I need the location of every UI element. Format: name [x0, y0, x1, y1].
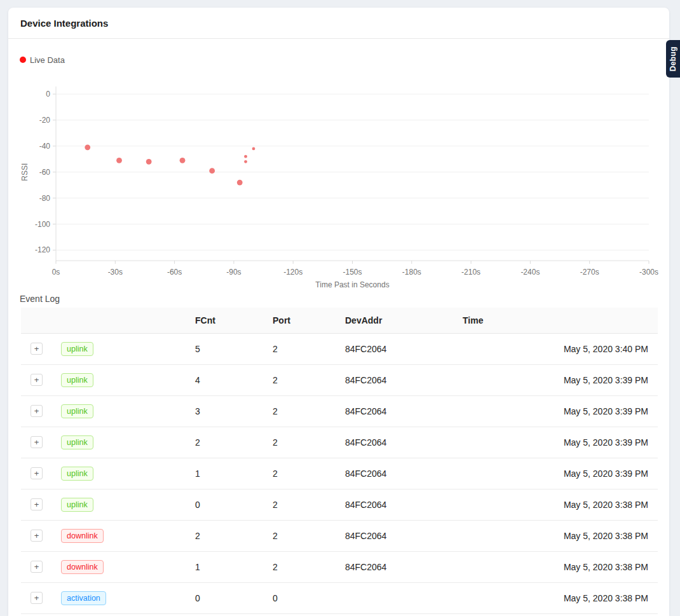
time-cell: May 5, 2020 3:39 PM: [463, 395, 658, 427]
table-row: +downlink2284FC2064May 5, 2020 3:38 PM: [21, 520, 658, 551]
expand-row-button[interactable]: +: [31, 592, 43, 604]
event-type-badge: uplink: [61, 373, 93, 387]
chart-legend: Live Data: [20, 55, 65, 65]
table-row: +uplink3284FC2064May 5, 2020 3:39 PM: [21, 395, 658, 427]
x-tick-label: -120s: [283, 268, 303, 277]
expand-cell: +: [21, 333, 61, 364]
fcnt-cell: 1: [195, 551, 273, 582]
time-cell: May 5, 2020 3:38 PM: [463, 520, 658, 551]
expand-cell: +: [21, 458, 61, 489]
devaddr-cell: 84FC2064: [345, 427, 463, 458]
table-row: +uplink1284FC2064May 5, 2020 3:39 PM: [21, 458, 658, 489]
card-header: Device Integrations: [8, 8, 669, 39]
expand-row-button[interactable]: +: [31, 405, 43, 417]
devaddr-cell: 84FC2064: [345, 520, 463, 551]
port-cell: 2: [273, 551, 345, 582]
devaddr-cell: 84FC2064: [345, 489, 463, 520]
time-cell: May 5, 2020 3:38 PM: [463, 489, 658, 520]
expand-cell: +: [21, 520, 61, 551]
devaddr-cell: [345, 582, 463, 613]
event-type-cell: downlink: [61, 520, 195, 551]
fcnt-cell: 4: [195, 364, 273, 395]
fcnt-cell: 3: [195, 395, 273, 427]
live-data-dot-icon: [20, 57, 26, 63]
rssi-chart: 0-20-40-60-80-100-1200s-30s-60s-90s-120s…: [8, 71, 669, 292]
port-cell: 2: [273, 333, 345, 364]
expand-cell: +: [21, 395, 61, 427]
data-point: [209, 168, 215, 174]
time-cell: May 5, 2020 3:38 PM: [463, 582, 658, 613]
expand-row-button[interactable]: +: [31, 343, 43, 355]
event-type-cell: uplink: [61, 364, 195, 395]
table-row: +uplink4284FC2064May 5, 2020 3:39 PM: [21, 364, 658, 395]
expand-cell: +: [21, 489, 61, 520]
rssi-chart-container: 0-20-40-60-80-100-1200s-30s-60s-90s-120s…: [8, 71, 669, 292]
y-tick-label: -40: [39, 142, 51, 151]
devaddr-cell: 84FC2064: [345, 395, 463, 427]
table-row: +uplink5284FC2064May 5, 2020 3:40 PM: [21, 333, 658, 364]
fcnt-cell: 2: [195, 520, 273, 551]
fcnt-cell: 2: [195, 427, 273, 458]
expand-row-button[interactable]: +: [31, 530, 43, 542]
event-log-table: FCnt Port DevAddr Time +uplink5284FC2064…: [21, 308, 658, 614]
time-cell: May 5, 2020 3:38 PM: [463, 551, 658, 582]
header-fcnt: FCnt: [195, 308, 273, 333]
x-tick-label: -270s: [580, 268, 599, 277]
header-expand: [21, 308, 61, 333]
port-cell: 2: [273, 489, 345, 520]
y-tick-label: -80: [39, 194, 51, 203]
event-type-badge: uplink: [61, 467, 93, 481]
x-tick-label: -300s: [639, 268, 658, 277]
expand-row-button[interactable]: +: [31, 436, 43, 448]
data-point: [244, 155, 247, 158]
event-type-badge: uplink: [61, 498, 93, 512]
event-type-cell: uplink: [61, 333, 195, 364]
header-port: Port: [273, 308, 345, 333]
expand-cell: +: [21, 364, 61, 395]
port-cell: 2: [273, 364, 345, 395]
legend-label: Live Data: [30, 55, 65, 65]
devaddr-cell: 84FC2064: [345, 551, 463, 582]
port-cell: 0: [273, 582, 345, 613]
fcnt-cell: 0: [195, 582, 273, 613]
y-tick-label: 0: [46, 90, 50, 99]
x-tick-label: -60s: [167, 268, 182, 277]
data-point: [85, 144, 90, 150]
expand-row-button[interactable]: +: [31, 561, 43, 573]
table-row: +uplink0284FC2064May 5, 2020 3:38 PM: [21, 489, 658, 520]
page-title: Device Integrations: [20, 18, 108, 29]
devaddr-cell: 84FC2064: [345, 333, 463, 364]
expand-row-button[interactable]: +: [31, 467, 43, 479]
time-cell: May 5, 2020 3:39 PM: [463, 427, 658, 458]
expand-row-button[interactable]: +: [31, 498, 43, 510]
data-point: [146, 159, 152, 165]
event-type-cell: uplink: [61, 427, 195, 458]
expand-row-button[interactable]: +: [31, 374, 43, 386]
y-tick-label: -120: [35, 245, 50, 254]
event-type-badge: activation: [61, 591, 106, 605]
expand-cell: +: [21, 551, 61, 582]
debug-tab[interactable]: Debug: [666, 40, 680, 78]
time-cell: May 5, 2020 3:40 PM: [463, 333, 658, 364]
data-point: [116, 158, 122, 163]
y-axis-title: RSSI: [20, 163, 29, 181]
port-cell: 2: [273, 427, 345, 458]
event-type-cell: downlink: [61, 551, 195, 582]
x-tick-label: -30s: [108, 268, 123, 277]
devaddr-cell: 84FC2064: [345, 364, 463, 395]
header-devaddr: DevAddr: [345, 308, 463, 333]
expand-cell: +: [21, 582, 61, 613]
event-type-badge: downlink: [61, 529, 104, 543]
header-type: [61, 308, 195, 333]
y-tick-label: -100: [35, 220, 50, 229]
x-tick-label: -180s: [402, 268, 421, 277]
fcnt-cell: 0: [195, 489, 273, 520]
time-cell: May 5, 2020 3:39 PM: [463, 364, 658, 395]
table-row: +downlink1284FC2064May 5, 2020 3:38 PM: [21, 551, 658, 582]
port-cell: 2: [273, 458, 345, 489]
x-tick-label: 0s: [52, 268, 60, 277]
expand-cell: +: [21, 427, 61, 458]
event-type-badge: uplink: [61, 404, 93, 418]
table-header-row: FCnt Port DevAddr Time: [21, 308, 658, 333]
data-point: [244, 160, 247, 163]
